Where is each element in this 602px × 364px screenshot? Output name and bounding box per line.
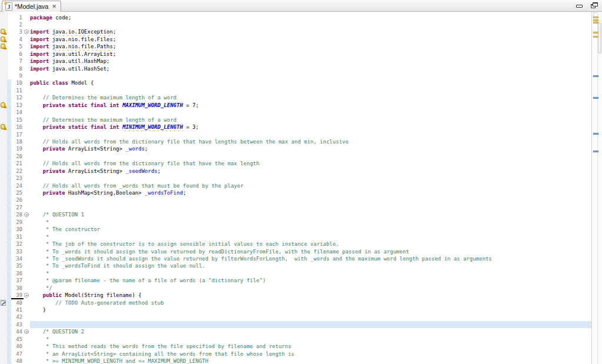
code-text[interactable]: */: [30, 285, 602, 292]
code-text[interactable]: import java.util.HashSet;: [30, 65, 602, 72]
code-text[interactable]: [30, 175, 602, 182]
ruler-warning-marker[interactable]: [593, 32, 598, 34]
code-text[interactable]: [30, 87, 602, 94]
code-text[interactable]: // Determines the maximum length of a wo…: [30, 116, 602, 123]
code-text[interactable]: [30, 21, 602, 28]
code-text[interactable]: /* QUESTION 1: [30, 211, 602, 218]
range-indicator: [7, 285, 11, 292]
code-text[interactable]: private ArrayList<String> _words;: [30, 145, 602, 152]
code-text[interactable]: * To _words it should assign the value r…: [30, 248, 602, 255]
tab-close-icon[interactable]: ✕: [51, 4, 56, 9]
fold-gutter-cell: [24, 145, 30, 152]
range-indicator: [7, 350, 11, 358]
code-text[interactable]: private static final int MAXIMUM_WORD_LE…: [30, 102, 602, 109]
code-text[interactable]: private static final int MINIMUM_WORD_LE…: [30, 123, 602, 131]
code-text[interactable]: // Holds all words from the dictionary f…: [30, 138, 602, 145]
code-text[interactable]: [30, 109, 602, 116]
warning-marker-icon[interactable]: [1, 124, 5, 129]
code-text[interactable]: [30, 321, 602, 328]
code-text[interactable]: import java.nio.file.Files;: [30, 36, 602, 43]
code-text[interactable]: * To _seedWords it should assign the val…: [30, 255, 602, 262]
code-text[interactable]: [30, 204, 602, 211]
code-text[interactable]: *: [30, 270, 602, 277]
ruler-warning-marker[interactable]: [593, 19, 598, 21]
code-text[interactable]: [30, 131, 602, 138]
line-number: 40: [11, 299, 24, 306]
ruler-warning-marker[interactable]: [593, 36, 598, 38]
code-text[interactable]: * To _wordsToFind it should assign the v…: [30, 262, 602, 269]
code-text[interactable]: private ArrayList<String> _seedWords;: [30, 168, 602, 175]
code-text[interactable]: package code;: [30, 14, 602, 21]
code-text[interactable]: * @param filename - the name of a file o…: [30, 277, 602, 284]
code-text[interactable]: // TODO Auto-generated method stub: [30, 299, 602, 306]
ruler-task-marker[interactable]: [593, 97, 598, 99]
code-text[interactable]: * >= MINIMUM_WORD_LENGTH and <= MAXIMUM_…: [30, 358, 602, 364]
code-text[interactable]: *: [30, 336, 602, 343]
fold-gutter-cell: [24, 65, 30, 72]
code-text[interactable]: import java.util.HashMap;: [30, 58, 602, 65]
task-marker-icon[interactable]: [1, 300, 6, 306]
ruler-warning-marker[interactable]: [593, 22, 598, 24]
fold-gutter-cell: [24, 219, 30, 226]
code-text[interactable]: // Determines the maximum length of a wo…: [30, 94, 602, 101]
code-line: 18 // Holds all words from the dictionar…: [0, 138, 602, 145]
code-text[interactable]: import java.io.IOException;: [30, 28, 602, 35]
code-text[interactable]: [30, 153, 602, 160]
fold-gutter-cell: [24, 109, 30, 116]
code-text[interactable]: *: [30, 233, 602, 241]
tab-model-java[interactable]: J *Model.java ✕: [2, 1, 61, 12]
ruler-task-marker[interactable]: [593, 133, 598, 135]
code-text[interactable]: * This method reads the words from the f…: [30, 343, 602, 350]
code-text[interactable]: // Holds all words from _words that must…: [30, 182, 602, 189]
warning-marker-icon[interactable]: [1, 44, 5, 49]
code-text[interactable]: import java.nio.file.Paths;: [30, 43, 602, 50]
fold-gutter-cell: [24, 262, 30, 269]
fold-collapse-icon[interactable]: [24, 293, 29, 298]
code-text[interactable]: * The job of the constructor is to assig…: [30, 241, 602, 248]
warning-marker-icon[interactable]: [1, 102, 5, 108]
warning-marker-icon[interactable]: [1, 29, 5, 34]
code-text[interactable]: [30, 196, 602, 203]
line-number: 3: [11, 28, 24, 35]
fold-collapse-icon[interactable]: [24, 212, 29, 217]
range-indicator: [7, 79, 11, 86]
code-text[interactable]: private HashMap<String,Boolean> _wordsTo…: [30, 189, 602, 196]
ruler-task-marker[interactable]: [593, 151, 598, 152]
range-indicator: [7, 204, 11, 211]
fold-collapse-icon[interactable]: [24, 29, 29, 34]
marker-gutter-cell: [0, 168, 7, 175]
code-text[interactable]: public class Model {: [30, 79, 602, 86]
code-text[interactable]: * The constructor: [30, 226, 602, 233]
code-text[interactable]: [30, 313, 602, 320]
marker-gutter-cell: [0, 36, 7, 43]
marker-gutter-cell: [0, 65, 7, 72]
range-indicator: [7, 262, 11, 269]
marker-gutter-cell: [0, 131, 7, 138]
ruler-warning-marker[interactable]: [593, 16, 598, 18]
code-text[interactable]: /* QUESTION 2: [30, 328, 602, 335]
code-text[interactable]: *: [30, 219, 602, 226]
warning-marker-icon[interactable]: [1, 36, 5, 42]
ruler-task-marker[interactable]: [593, 75, 598, 77]
marker-gutter-cell: [0, 145, 7, 152]
code-editor[interactable]: 1package code;23import java.io.IOExcepti…: [0, 12, 602, 364]
minimize-button[interactable]: [576, 3, 583, 9]
scrollbar-thumb[interactable]: [598, 22, 601, 54]
marker-gutter-cell: [0, 219, 7, 226]
fold-gutter-cell: [24, 299, 30, 306]
scrollbar-track[interactable]: [597, 12, 602, 364]
range-indicator: [7, 277, 11, 284]
code-text[interactable]: // Holds all words from the dictionary f…: [30, 160, 602, 167]
maximize-button[interactable]: [590, 3, 597, 9]
overview-ruler[interactable]: [591, 12, 602, 364]
marker-gutter-cell: [0, 328, 7, 335]
line-number: 32: [11, 241, 24, 248]
code-text[interactable]: [30, 72, 602, 79]
code-text[interactable]: }: [30, 306, 602, 313]
code-text[interactable]: import java.util.ArrayList;: [30, 51, 602, 58]
code-text[interactable]: public Model(String filename) {: [30, 292, 602, 299]
code-text[interactable]: * an ArrayList<String> containing all th…: [30, 350, 602, 358]
range-indicator: [7, 36, 11, 43]
fold-collapse-icon[interactable]: [24, 329, 29, 334]
code-token: /* QUESTION 2: [43, 329, 84, 335]
